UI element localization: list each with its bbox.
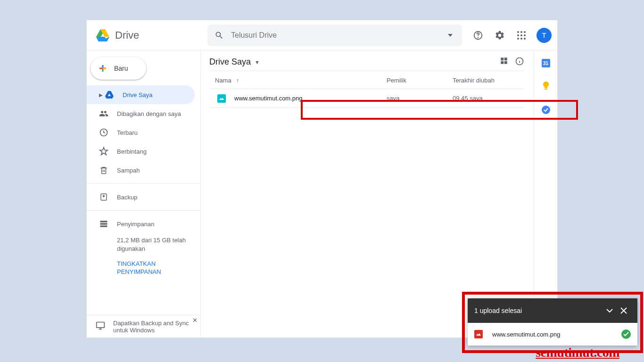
nav-label: Dibagikan dengan saya (117, 110, 181, 117)
svg-rect-28 (501, 61, 504, 64)
column-owner[interactable]: Pemilik (387, 77, 453, 84)
sidebar-item-my-drive[interactable]: ▶ Drive Saya (87, 85, 195, 104)
nav-label: Backup (117, 194, 137, 201)
tasks-icon[interactable] (541, 105, 551, 115)
keep-icon[interactable] (541, 82, 551, 91)
svg-marker-32 (219, 98, 224, 100)
file-name: www.semutimut.com.png (234, 95, 387, 102)
nav-label: Terbaru (117, 129, 138, 136)
column-modified[interactable]: Terakhir diubah (453, 77, 519, 84)
trash-icon (99, 165, 108, 175)
svg-point-7 (478, 37, 479, 38)
search-dropdown-icon[interactable] (443, 26, 457, 45)
image-icon (474, 330, 483, 338)
svg-rect-22 (100, 221, 107, 222)
file-modified: 09.45 saya (453, 95, 519, 102)
upgrade-storage-link[interactable]: TINGKATKAN PENYIMPANAN (99, 260, 195, 276)
sidebar-item-starred[interactable]: Berbintang (87, 142, 195, 161)
right-rail: 31 (534, 50, 557, 337)
toast-title: 1 upload selesai (474, 307, 603, 314)
sidebar-item-storage[interactable]: Penyimpanan (99, 219, 195, 229)
backup-icon (99, 192, 108, 202)
toast-filename: www.semutimut.com.png (492, 331, 621, 338)
promo-text: Dapatkan Backup and Sync untuk Windows (113, 320, 195, 334)
svg-marker-35 (476, 333, 481, 336)
sidebar-item-shared[interactable]: Dibagikan dengan saya (87, 104, 195, 123)
monitor-icon (95, 321, 106, 332)
file-owner: saya (387, 95, 453, 102)
toast-item[interactable]: www.semutimut.com.png (468, 323, 637, 346)
sidebar-item-trash[interactable]: Sampah (87, 161, 195, 180)
svg-point-12 (520, 34, 522, 36)
calendar-icon[interactable]: 31 (542, 59, 550, 67)
svg-point-10 (524, 31, 526, 33)
promo-close-icon[interactable]: ✕ (192, 317, 198, 324)
svg-point-13 (524, 34, 526, 36)
file-row[interactable]: www.semutimut.com.png saya 09.45 saya (209, 89, 524, 108)
svg-rect-24 (100, 225, 107, 227)
svg-marker-19 (105, 96, 114, 99)
apps-icon[interactable] (512, 26, 531, 45)
chevron-down-icon: ▼ (255, 59, 260, 65)
new-button-label: Baru (114, 65, 128, 72)
svg-marker-5 (448, 34, 453, 37)
storage-section: Penyimpanan 21,2 MB dari 15 GB telah dig… (87, 214, 200, 276)
drive-window: Drive T (86, 20, 558, 338)
upload-toast: 1 upload selesai www.semutimut.com.png (468, 298, 637, 346)
breadcrumb-bar: Drive Saya ▼ (209, 57, 524, 71)
column-name[interactable]: Nama ↑ (215, 77, 387, 84)
header-actions: T (469, 26, 552, 45)
star-icon (99, 147, 108, 156)
content: Drive Saya ▼ Nama ↑ Pemilik Terakhir diu… (201, 50, 534, 337)
sidebar-item-backup[interactable]: Backup (87, 188, 195, 206)
app-name: Drive (115, 29, 139, 41)
sidebar: Baru ▶ Drive Saya Dibagikan dengan saya … (87, 50, 201, 337)
sort-arrow-up-icon: ↑ (236, 77, 239, 84)
avatar[interactable]: T (537, 28, 552, 43)
svg-point-11 (517, 34, 519, 36)
toast-close-icon[interactable] (617, 301, 631, 320)
search-bar[interactable] (207, 25, 462, 46)
svg-rect-29 (504, 61, 507, 64)
svg-marker-3 (96, 37, 107, 41)
svg-point-8 (517, 31, 519, 33)
check-circle-icon (621, 329, 631, 339)
storage-icon (99, 219, 108, 229)
drive-icon (105, 91, 114, 99)
storage-label: Penyimpanan (117, 221, 155, 228)
svg-point-34 (542, 106, 550, 114)
svg-rect-23 (100, 223, 107, 224)
new-button[interactable]: Baru (91, 57, 146, 80)
promo-bar[interactable]: Dapatkan Backup and Sync untuk Windows ✕ (87, 315, 200, 337)
svg-point-14 (517, 38, 519, 40)
svg-rect-27 (504, 58, 507, 60)
svg-rect-25 (97, 322, 105, 328)
columns-header: Nama ↑ Pemilik Terakhir diubah (209, 71, 524, 89)
nav-label: Sampah (117, 167, 140, 174)
breadcrumb[interactable]: Drive Saya ▼ (209, 57, 260, 67)
nav-label: Berbintang (117, 148, 147, 155)
people-icon (99, 109, 108, 118)
svg-rect-31 (219, 96, 224, 101)
chevron-right-icon: ▶ (99, 92, 103, 98)
svg-point-9 (520, 31, 522, 33)
clock-icon (99, 128, 108, 137)
storage-usage: 21,2 MB dari 15 GB telah digunakan (99, 236, 195, 253)
plus-icon (97, 63, 108, 74)
main: Drive Saya ▼ Nama ↑ Pemilik Terakhir diu… (201, 50, 557, 337)
search-input[interactable] (226, 31, 443, 40)
sidebar-item-recent[interactable]: Terbaru (87, 123, 195, 142)
info-icon[interactable] (515, 57, 524, 68)
search-icon (212, 26, 226, 45)
help-icon[interactable] (469, 26, 487, 45)
toast-collapse-icon[interactable] (603, 301, 617, 320)
settings-icon[interactable] (490, 26, 509, 45)
header: Drive T (87, 20, 557, 50)
drive-logo-icon (93, 26, 112, 45)
grid-view-icon[interactable] (500, 57, 508, 68)
watermark: semutimut.com (536, 345, 619, 360)
svg-point-15 (520, 38, 522, 40)
svg-point-16 (524, 38, 526, 40)
nav-label: Drive Saya (123, 91, 153, 99)
logo-area[interactable]: Drive (93, 26, 207, 45)
